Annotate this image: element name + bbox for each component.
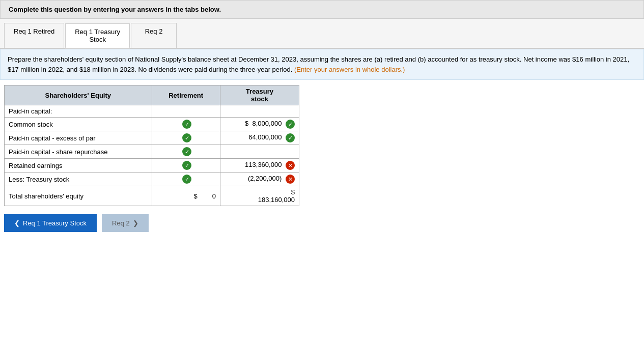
cell-retirement-share-repurchase: ✓ [152,145,220,159]
cell-retirement-common-stock: ✓ [152,118,220,131]
cell-retirement-paid-in-capital [152,105,220,118]
x-icon: ✕ [286,161,295,170]
cell-retirement-retained-earnings: ✓ [152,159,220,172]
x-icon: ✕ [286,175,295,184]
check-icon: ✓ [182,175,191,184]
tab-req2[interactable]: Req 2 [131,23,177,48]
row-label-retained-earnings: Retained earnings [5,159,152,172]
cell-treasury-excess-of-par: 64,000,000 ✓ [220,131,299,145]
cell-treasury-less-treasury-stock: (2,200,000) ✕ [220,172,299,186]
row-label-paid-in-capital: Paid-in capital: [5,105,152,118]
table-row: Paid-in capital: [5,105,299,118]
instruction-text: Complete this question by entering your … [9,6,221,13]
btn-next-req2[interactable]: Req 2 [102,214,149,232]
check-icon: ✓ [182,133,191,142]
btn-back-treasury-stock[interactable]: Req 1 Treasury Stock [4,214,97,232]
chevron-left-icon [14,219,20,227]
cell-treasury-paid-in-capital [220,105,299,118]
instruction-banner: Complete this question by entering your … [0,0,644,19]
check-icon: ✓ [286,133,295,142]
cell-treasury-total: $183,160,000 [220,186,299,206]
table-row: Retained earnings ✓ 113,360,000 ✕ [5,159,299,172]
col-header-retirement: Retirement [152,85,220,105]
tabs-row: Req 1 Retired Req 1 TreasuryStock Req 2 [0,19,644,49]
table-container: Shareholders' Equity Retirement Treasury… [0,80,644,206]
row-label-total: Total shareholders' equity [5,186,152,206]
description-highlight: (Enter your answers in whole dollars.) [294,66,405,73]
check-icon: ✓ [182,120,191,129]
table-row: Less: Treasury stock ✓ (2,200,000) ✕ [5,172,299,186]
footer-buttons: Req 1 Treasury Stock Req 2 [0,206,644,240]
cell-treasury-share-repurchase [220,145,299,159]
row-label-excess-of-par: Paid-in capital - excess of par [5,131,152,145]
description-block: Prepare the shareholders' equity section… [0,49,644,80]
chevron-right-icon [133,219,138,227]
table-row: Common stock ✓ $ 8,000,000 ✓ [5,118,299,131]
tab-req1-retired[interactable]: Req 1 Retired [4,23,64,48]
table-row-total: Total shareholders' equity $ 0 $183,160,… [5,186,299,206]
row-label-share-repurchase: Paid-in capital - share repurchase [5,145,152,159]
equity-table: Shareholders' Equity Retirement Treasury… [4,85,299,206]
row-label-less-treasury-stock: Less: Treasury stock [5,172,152,186]
table-row: Paid-in capital - excess of par ✓ 64,000… [5,131,299,145]
row-label-common-stock: Common stock [5,118,152,131]
cell-treasury-common-stock: $ 8,000,000 ✓ [220,118,299,131]
cell-retirement-less-treasury-stock: ✓ [152,172,220,186]
check-icon: ✓ [182,147,191,156]
check-icon: ✓ [286,120,295,129]
btn-next-label: Req 2 [112,219,130,227]
tab-req1-treasury[interactable]: Req 1 TreasuryStock [65,23,130,48]
table-row: Paid-in capital - share repurchase ✓ [5,145,299,159]
cell-retirement-excess-of-par: ✓ [152,131,220,145]
col-header-shareholders-equity: Shareholders' Equity [5,85,152,105]
col-header-treasury: Treasury stock [220,85,299,105]
check-icon: ✓ [182,161,191,170]
cell-treasury-retained-earnings: 113,360,000 ✕ [220,159,299,172]
cell-retirement-total: $ 0 [152,186,220,206]
btn-back-label: Req 1 Treasury Stock [23,219,87,227]
